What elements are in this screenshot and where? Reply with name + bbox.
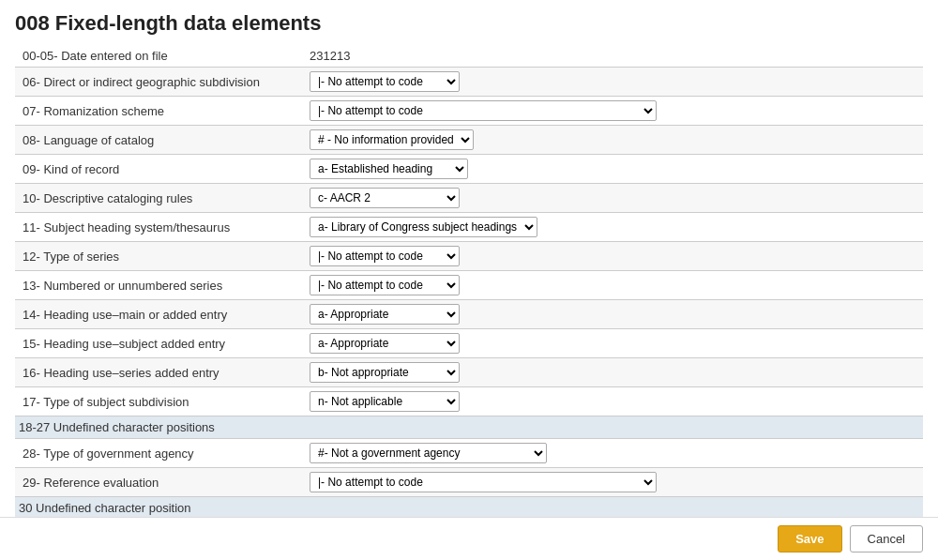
table-row: 00-05- Date entered on file231213 <box>15 45 923 68</box>
field-label-16: 16- Heading use–series added entry <box>15 358 306 387</box>
field-select-14[interactable]: a- Appropriateb- Not appropriate <box>310 304 460 325</box>
field-label-15: 15- Heading use–subject added entry <box>15 329 306 358</box>
field-label-11: 11- Subject heading system/thesaurus <box>15 213 306 242</box>
table-row: 15- Heading use–subject added entrya- Ap… <box>15 329 923 358</box>
table-row: 17- Type of subject subdivisionn- Not ap… <box>15 387 923 416</box>
field-value-08[interactable]: # - No information providede- Englishf- … <box>306 126 923 155</box>
field-value-07[interactable]: |- No attempt to codea- Basic Romanb- Ex… <box>306 97 923 126</box>
section-header-30: 30 Undefined character position <box>15 497 923 518</box>
field-select-06[interactable]: |- No attempt to codea- Indirect subdivi… <box>310 71 460 92</box>
field-value-12[interactable]: |- No attempt to codea- Monographic seri… <box>306 242 923 271</box>
field-select-08[interactable]: # - No information providede- Englishf- … <box>310 129 474 150</box>
section-header-18-27: 18-27 Undefined character positions <box>15 416 923 439</box>
field-text-00-05: 231213 <box>310 49 350 63</box>
field-value-17[interactable]: n- Not applicablea- Topicalb- Formc- Chr… <box>306 387 923 416</box>
field-select-11[interactable]: a- Library of Congress subject headingsb… <box>310 217 537 237</box>
fields-table-container: 00-05- Date entered on file23121306- Dir… <box>0 45 938 517</box>
field-label-12: 12- Type of series <box>15 242 306 271</box>
field-select-28[interactable]: #- Not a government agencya- Internation… <box>310 443 547 463</box>
field-label-06: 06- Direct or indirect geographic subdiv… <box>15 68 306 97</box>
field-select-17[interactable]: n- Not applicablea- Topicalb- Formc- Chr… <box>310 391 460 412</box>
field-label-29: 29- Reference evaluation <box>15 468 306 497</box>
field-select-07[interactable]: |- No attempt to codea- Basic Romanb- Ex… <box>310 100 657 121</box>
table-row: 12- Type of series|- No attempt to codea… <box>15 242 923 271</box>
field-value-06[interactable]: |- No attempt to codea- Indirect subdivi… <box>306 68 923 97</box>
field-select-13[interactable]: |- No attempt to codea- Numberedb- Unnum… <box>310 275 460 295</box>
cancel-button[interactable]: Cancel <box>850 525 923 552</box>
field-label-14: 14- Heading use–main or added entry <box>15 300 306 329</box>
table-row: 09- Kind of recorda- Established heading… <box>15 155 923 184</box>
table-row: 29- Reference evaluation|- No attempt to… <box>15 468 923 497</box>
table-row: 06- Direct or indirect geographic subdiv… <box>15 68 923 97</box>
field-value-15[interactable]: a- Appropriateb- Not appropriate <box>306 329 923 358</box>
field-value-16[interactable]: a- Appropriateb- Not appropriate <box>306 358 923 387</box>
field-value-13[interactable]: |- No attempt to codea- Numberedb- Unnum… <box>306 271 923 300</box>
field-select-29[interactable]: |- No attempt to codea- Tracings are con… <box>310 472 657 492</box>
table-row: 18-27 Undefined character positions <box>15 416 923 439</box>
footer: Save Cancel <box>0 517 938 560</box>
save-button[interactable]: Save <box>778 525 841 552</box>
field-value-29[interactable]: |- No attempt to codea- Tracings are con… <box>306 468 923 497</box>
field-label-09: 09- Kind of record <box>15 155 306 184</box>
table-row: 10- Descriptive cataloging rulesc- AACR … <box>15 184 923 213</box>
field-select-10[interactable]: c- AACR 2a- Earlier rulesb- AACR 1d- AAC… <box>310 188 460 208</box>
field-label-13: 13- Numbered or unnumbered series <box>15 271 306 300</box>
table-row: 16- Heading use–series added entrya- App… <box>15 358 923 387</box>
table-row: 30 Undefined character position <box>15 497 923 518</box>
field-value-00-05: 231213 <box>306 45 923 68</box>
field-value-11[interactable]: a- Library of Congress subject headingsb… <box>306 213 923 242</box>
field-label-00-05: 00-05- Date entered on file <box>15 45 306 68</box>
page-title: 008 Fixed-length data elements <box>0 0 938 45</box>
field-value-09[interactable]: a- Established headingb- Traced referenc… <box>306 155 923 184</box>
field-value-14[interactable]: a- Appropriateb- Not appropriate <box>306 300 923 329</box>
field-label-07: 07- Romanization scheme <box>15 97 306 126</box>
field-value-28[interactable]: #- Not a government agencya- Internation… <box>306 439 923 468</box>
table-row: 28- Type of government agency#- Not a go… <box>15 439 923 468</box>
field-label-28: 28- Type of government agency <box>15 439 306 468</box>
table-row: 11- Subject heading system/thesaurusa- L… <box>15 213 923 242</box>
table-row: 08- Language of catalog# - No informatio… <box>15 126 923 155</box>
field-select-12[interactable]: |- No attempt to codea- Monographic seri… <box>310 246 460 266</box>
field-select-15[interactable]: a- Appropriateb- Not appropriate <box>310 333 460 354</box>
fields-table: 00-05- Date entered on file23121306- Dir… <box>15 45 923 517</box>
field-select-09[interactable]: a- Established headingb- Traced referenc… <box>310 159 468 179</box>
table-row: 14- Heading use–main or added entrya- Ap… <box>15 300 923 329</box>
field-value-10[interactable]: c- AACR 2a- Earlier rulesb- AACR 1d- AAC… <box>306 184 923 213</box>
field-label-10: 10- Descriptive cataloging rules <box>15 184 306 213</box>
field-select-16[interactable]: a- Appropriateb- Not appropriate <box>310 362 460 383</box>
table-row: 13- Numbered or unnumbered series|- No a… <box>15 271 923 300</box>
table-row: 07- Romanization scheme|- No attempt to … <box>15 97 923 126</box>
field-label-08: 08- Language of catalog <box>15 126 306 155</box>
field-label-17: 17- Type of subject subdivision <box>15 387 306 416</box>
